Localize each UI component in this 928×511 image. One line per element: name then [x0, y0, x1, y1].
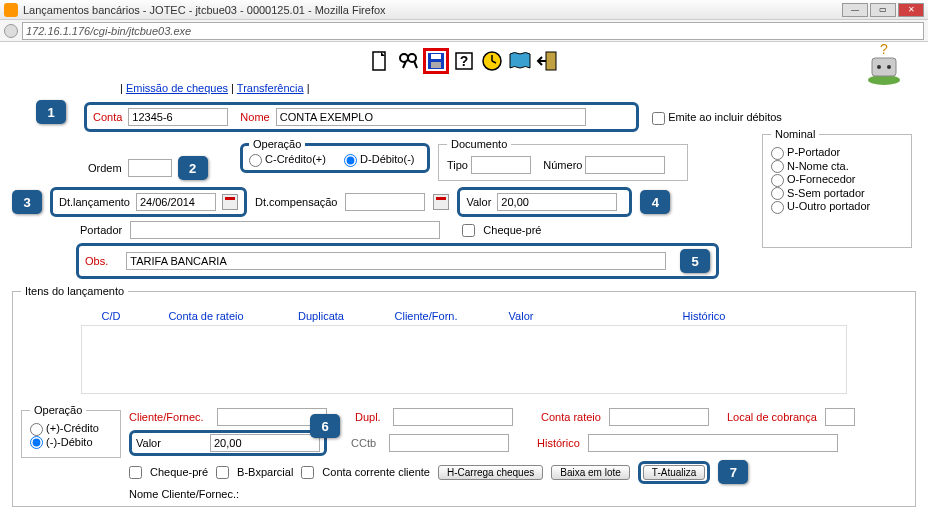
book-icon[interactable] [507, 48, 533, 74]
numero-label: Número [543, 159, 582, 171]
annotation-2: 2 [178, 156, 208, 180]
documento-fieldset: Documento Tipo Número [438, 138, 688, 181]
valor2-box: Valor [129, 430, 327, 456]
tipo-input[interactable] [471, 156, 531, 174]
th-cd: C/D [81, 310, 141, 322]
new-icon[interactable] [367, 48, 393, 74]
dtlanc-input[interactable] [136, 193, 216, 211]
svg-point-1 [400, 54, 408, 62]
svg-point-17 [887, 65, 891, 69]
ordem-input[interactable] [128, 159, 172, 177]
emite-label: Emite ao incluir débitos [668, 111, 782, 123]
chequepre-checkbox[interactable] [462, 224, 475, 237]
operacao2-legend: Operação [30, 404, 86, 416]
valor-box: Valor [457, 187, 632, 217]
form-content: 1 Conta Nome Emite ao incluir débitos Or… [0, 96, 928, 511]
portador-input[interactable] [130, 221, 440, 239]
dtlanc-label: Dt.lançamento [59, 196, 130, 208]
svg-text:?: ? [880, 44, 888, 57]
dupl-label: Dupl. [355, 411, 385, 423]
atualiza-box: T-Atualiza [638, 461, 710, 484]
atualiza-button[interactable]: T-Atualiza [643, 465, 705, 480]
search-icon[interactable] [395, 48, 421, 74]
mascot-icon: ? [860, 44, 908, 92]
debito-option[interactable]: D-Débito(-) [344, 153, 414, 167]
conta-rateio-input[interactable] [609, 408, 709, 426]
clock-icon[interactable] [479, 48, 505, 74]
itens-fieldset: Itens do lançamento C/D Conta de rateio … [12, 285, 916, 507]
carrega-button[interactable]: H-Carrega cheques [438, 465, 543, 480]
address-bar [0, 20, 928, 42]
valor-input[interactable] [497, 193, 617, 211]
svg-rect-6 [431, 54, 441, 59]
help-icon[interactable]: ? [451, 48, 477, 74]
valor2-input[interactable] [210, 434, 320, 452]
conta-box: Conta Nome [84, 102, 639, 132]
save-icon[interactable] [423, 48, 449, 74]
cliente-label: Cliente/Fornec. [129, 411, 209, 423]
annotation-3: 3 [12, 190, 42, 214]
conta-input[interactable] [128, 108, 228, 126]
conta-label: Conta [93, 111, 122, 123]
chequepre2-checkbox[interactable] [129, 466, 142, 479]
itens-legend: Itens do lançamento [21, 285, 128, 297]
historico-input[interactable] [588, 434, 838, 452]
tipo-label: Tipo [447, 159, 468, 171]
dtcomp-input[interactable] [345, 193, 425, 211]
calendar-icon-2[interactable] [433, 194, 449, 210]
valor2-label: Valor [136, 437, 204, 449]
itens-table-body[interactable] [81, 326, 847, 394]
dupl-input[interactable] [393, 408, 513, 426]
nome-label: Nome [240, 111, 269, 123]
emite-wrapper: Emite ao incluir débitos [652, 111, 782, 123]
portador-label: Portador [80, 224, 122, 236]
th-conta: Conta de rateio [141, 310, 271, 322]
cctb-label: CCtb [351, 437, 381, 449]
nominal-p[interactable]: P-Portador [771, 146, 840, 158]
bbx-checkbox[interactable] [216, 466, 229, 479]
th-hist: Histórico [561, 310, 847, 322]
calendar-icon[interactable] [222, 194, 238, 210]
url-input[interactable] [22, 22, 924, 40]
obs-box: Obs. 5 [76, 243, 719, 279]
baixa-button[interactable]: Baixa em lote [551, 465, 630, 480]
credito-option[interactable]: C-Crédito(+) [249, 153, 326, 167]
chequepre2-label: Cheque-pré [150, 466, 208, 478]
nominal-o[interactable]: O-Fornecedor [771, 173, 856, 185]
cctb-input[interactable] [389, 434, 509, 452]
svg-rect-7 [431, 62, 441, 68]
op2-credito[interactable]: (+)-Crédito [30, 422, 99, 434]
ordem-label: Ordem [88, 162, 122, 174]
bbx-label: B-Bxparcial [237, 466, 293, 478]
window-titlebar: Lançamentos bancários - JOTEC - jtcbue03… [0, 0, 928, 20]
th-valor: Valor [481, 310, 561, 322]
operacao-legend: Operação [249, 138, 305, 150]
emite-checkbox[interactable] [652, 112, 665, 125]
dtlanc-box: Dt.lançamento [50, 187, 247, 217]
operacao2-fieldset: Operação (+)-Crédito (-)-Débito [21, 404, 121, 458]
dtcomp-label: Dt.compensação [255, 196, 338, 208]
conta-rateio-label: Conta rateio [541, 411, 601, 423]
nominal-legend: Nominal [771, 128, 819, 140]
numero-input[interactable] [585, 156, 665, 174]
link-transferencia[interactable]: Transferência [237, 82, 304, 94]
close-button[interactable]: ✕ [898, 3, 924, 17]
nome-input[interactable] [276, 108, 586, 126]
nominal-u[interactable]: U-Outro portador [771, 200, 870, 212]
local-input[interactable] [825, 408, 855, 426]
obs-label: Obs. [85, 255, 108, 267]
obs-input[interactable] [126, 252, 666, 270]
annotation-6: 6 [310, 414, 340, 438]
minimize-button[interactable]: — [842, 3, 868, 17]
link-emissao[interactable]: Emissão de cheques [126, 82, 228, 94]
window-buttons: — ▭ ✕ [842, 3, 924, 17]
th-dupl: Duplicata [271, 310, 371, 322]
op2-debito[interactable]: (-)-Débito [30, 436, 93, 448]
ccc-checkbox[interactable] [301, 466, 314, 479]
nominal-s[interactable]: S-Sem portador [771, 187, 865, 199]
itens-table-head: C/D Conta de rateio Duplicata Cliente/Fo… [81, 307, 847, 326]
maximize-button[interactable]: ▭ [870, 3, 896, 17]
exit-icon[interactable] [535, 48, 561, 74]
nominal-n[interactable]: N-Nome cta. [771, 160, 849, 172]
th-cli: Cliente/Forn. [371, 310, 481, 322]
